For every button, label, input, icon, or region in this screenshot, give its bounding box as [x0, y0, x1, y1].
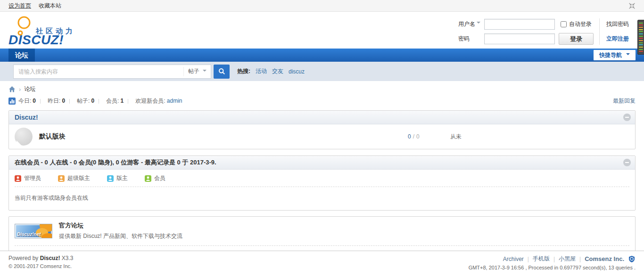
- forum-row: 默认版块 00 从未: [9, 124, 635, 149]
- search-icon: [218, 68, 225, 75]
- password-label: 密码: [458, 35, 480, 43]
- auto-login-checkbox[interactable]: [561, 21, 567, 27]
- topbar: 设为首页 收藏本站: [0, 0, 644, 12]
- powered-by: Powered by Discuz! X3.3: [8, 255, 73, 261]
- discuz-brand-link[interactable]: Discuz!: [40, 255, 60, 261]
- breadcrumb: › 论坛: [0, 81, 644, 95]
- server-info: GMT+8, 2017-3-9 16:56 , Processed in 0.6…: [469, 265, 636, 270]
- password-input[interactable]: [484, 33, 555, 44]
- search-type-select[interactable]: 帖子: [183, 67, 211, 76]
- home-icon[interactable]: [8, 86, 16, 93]
- search-button[interactable]: [214, 65, 230, 79]
- hot-link-discuz[interactable]: discuz: [289, 68, 305, 75]
- chevron-down-icon: [626, 53, 630, 57]
- divider: |: [553, 256, 555, 262]
- username-dropdown-icon: [477, 22, 480, 25]
- member-user-icon: [145, 175, 151, 182]
- search-input[interactable]: [14, 65, 183, 78]
- category-panel: Discuz! 默认版块 00 从未: [8, 110, 636, 149]
- logo-brand-text: DISCUZ!: [8, 33, 64, 48]
- quick-nav-button[interactable]: 快捷导航: [594, 50, 636, 60]
- legend-admin: 管理员: [15, 174, 41, 182]
- archiver-link[interactable]: Archiver: [503, 256, 524, 262]
- comsenz-shield-icon[interactable]: [628, 255, 636, 263]
- forum-name-link[interactable]: 默认版块: [39, 132, 66, 140]
- stat-posts: 帖子:0: [77, 97, 94, 105]
- login-form: 用户名 自动登录 密码 登录 找回密码 立即注册: [458, 18, 629, 45]
- mobile-link[interactable]: 手机版: [533, 255, 550, 263]
- darkroom-link[interactable]: 小黑屋: [559, 255, 576, 263]
- divider: |: [528, 256, 529, 262]
- legend-moderator: 版主: [107, 174, 128, 182]
- divider: |: [579, 256, 581, 262]
- online-empty-note: 当前只有游客或隐身会员在线: [9, 187, 635, 210]
- comsenz-link[interactable]: Comsenz Inc.: [585, 255, 624, 262]
- legend-super-moderator: 超级版主: [58, 174, 90, 182]
- legend-member: 会员: [145, 174, 165, 182]
- login-button[interactable]: 登录: [559, 33, 594, 45]
- discuz-net-banner[interactable]: Discuz!net: [15, 224, 52, 238]
- search-box: 帖子: [13, 65, 211, 79]
- online-legend: 管理员 超级版主 版主 会员: [9, 170, 635, 187]
- chevron-down-icon: [203, 70, 206, 73]
- stat-today: 今日:0: [18, 97, 36, 105]
- online-summary: 在线会员 - 0 人在线 - 0 会员(0 隐身), 0 位游客 - 最高记录是…: [15, 158, 216, 167]
- newest-member-link[interactable]: admin: [167, 98, 182, 104]
- stat-welcome: 欢迎新会员: admin: [135, 97, 182, 105]
- hot-link-activity[interactable]: 活动: [256, 67, 267, 75]
- breadcrumb-separator: ›: [19, 86, 21, 93]
- color-strip-widget[interactable]: [637, 20, 644, 55]
- set-home-link[interactable]: 设为首页: [8, 2, 31, 10]
- category-title-link[interactable]: Discuz!: [15, 114, 38, 121]
- super-moderator-user-icon: [58, 175, 65, 182]
- username-input[interactable]: [484, 19, 555, 30]
- bookmark-link[interactable]: 收藏本站: [39, 2, 61, 10]
- username-label[interactable]: 用户名: [458, 20, 480, 28]
- collapse-window-icon[interactable]: [628, 2, 636, 9]
- hot-search-label: 热搜:: [237, 67, 250, 75]
- footer: Powered by Discuz! X3.3 © 2001-2017 Coms…: [0, 251, 644, 270]
- admin-user-icon: [15, 175, 21, 182]
- search-bar: 帖子 热搜: 活动 交友 discuz: [0, 62, 644, 81]
- latest-reply-link[interactable]: 最新回复: [613, 97, 636, 105]
- topbar-links: 设为首页 收藏本站: [8, 2, 61, 10]
- collapse-online-button[interactable]: [623, 159, 631, 166]
- forum-last-post: 从未: [450, 133, 554, 141]
- stats-row: 今日:0 昨日:0 帖子:0 会员:1 欢迎新会员: admin 最新回复: [0, 95, 644, 107]
- hot-link-friends[interactable]: 交友: [272, 67, 283, 75]
- banner-text: Discuz!net: [17, 232, 41, 237]
- online-panel: 在线会员 - 0 人在线 - 0 会员(0 隐身), 0 位游客 - 最高记录是…: [8, 155, 636, 211]
- official-forum-row: Discuz!net 官方论坛 提供最新 Discuz! 产品新闻、软件下载与技…: [9, 217, 635, 245]
- forum-thread-post-counts: 00: [408, 133, 450, 140]
- collapse-category-button[interactable]: [623, 114, 631, 121]
- auto-login-label: 自动登录: [569, 20, 592, 28]
- stats-chart-icon: [8, 98, 16, 105]
- find-password-link[interactable]: 找回密码: [606, 18, 629, 30]
- site-logo[interactable]: 社区动力 DISCUZ!: [8, 16, 103, 48]
- category-header: Discuz!: [9, 111, 635, 124]
- stat-members: 会员:1: [106, 97, 124, 105]
- online-header: 在线会员 - 0 人在线 - 0 会员(0 隐身), 0 位游客 - 最高记录是…: [9, 156, 635, 170]
- moderator-user-icon: [107, 175, 114, 182]
- tab-forum[interactable]: 论坛: [8, 49, 35, 62]
- stat-yesterday: 昨日:0: [48, 97, 65, 105]
- forum-bubble-icon[interactable]: [15, 128, 33, 146]
- copyright: © 2001-2017 Comsenz Inc.: [8, 263, 73, 269]
- official-forum-link[interactable]: 官方论坛: [59, 222, 83, 229]
- main-nav: 论坛 快捷导航: [0, 49, 644, 62]
- register-link[interactable]: 立即注册: [606, 33, 629, 45]
- breadcrumb-forum-link[interactable]: 论坛: [24, 85, 35, 93]
- header: 社区动力 DISCUZ! 用户名 自动登录 密码 登录 找回密码 立即注册: [0, 12, 644, 49]
- official-forum-description: 提供最新 Discuz! 产品新闻、软件下载与技术交流: [59, 232, 182, 240]
